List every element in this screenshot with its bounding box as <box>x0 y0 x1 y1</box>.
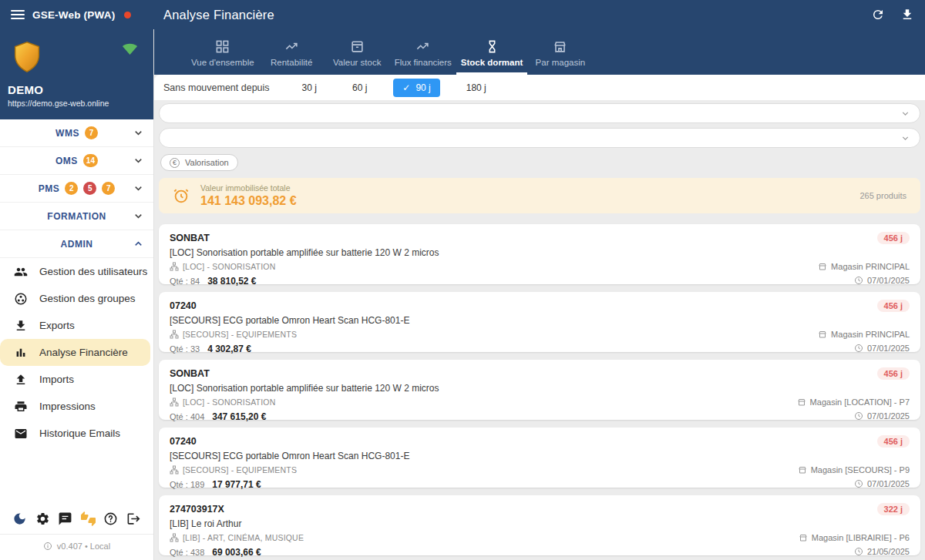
tab-rentabilite[interactable]: Rentabilité <box>259 29 325 75</box>
tab-stock-dormant[interactable]: Stock dormant <box>456 29 528 75</box>
product-quantity: Qté : 43869 003,66 € <box>170 545 261 558</box>
product-store: Magasin PRINCIPAL <box>818 330 910 339</box>
info-icon <box>43 542 52 551</box>
valorisation-chip[interactable]: € Valorisation <box>160 154 238 171</box>
product-description: [SECOURS] ECG portable Omron Heart Scan … <box>170 315 910 326</box>
store-icon <box>798 465 807 474</box>
status-dot-icon <box>124 12 131 18</box>
sidebar-item-groups[interactable]: Gestion des groupes <box>0 285 153 312</box>
sidebar-item-analyse-financiere[interactable]: Analyse Financière <box>0 339 150 366</box>
product-quantity: Qté : 18917 977,71 € <box>170 477 261 491</box>
sidebar-item-impressions[interactable]: Impressions <box>0 393 153 420</box>
tab-par-magasin[interactable]: Par magasin <box>527 29 593 75</box>
product-card[interactable]: 07240 456 j [SECOURS] ECG portable Omron… <box>159 428 920 488</box>
product-store: Magasin [SECOURS] - P9 <box>798 465 910 474</box>
chevron-down-icon <box>133 127 144 139</box>
stock-age-badge: 456 j <box>877 367 910 380</box>
product-date: 07/01/2025 <box>854 411 910 421</box>
stock-box-icon <box>350 39 365 54</box>
shield-logo-icon <box>9 39 45 75</box>
product-category: [LIB] - ART, CINÉMA, MUSIQUE <box>170 533 304 542</box>
feedback-thumbs-icon[interactable] <box>81 511 96 526</box>
product-store: Magasin [LOCATION] - P7 <box>797 397 910 407</box>
export-download-icon <box>14 319 28 333</box>
content-area: € Valorisation Valeur immobilisée totale… <box>154 100 925 560</box>
filter-select-2[interactable] <box>159 128 920 148</box>
groups-icon <box>14 292 28 306</box>
store-icon <box>818 330 827 339</box>
hierarchy-icon <box>170 533 179 542</box>
summary-title: Valeur immobilisée totale <box>200 183 297 193</box>
brand-zone: GSE-Web (PWA) <box>0 8 154 22</box>
filter-chip-90j[interactable]: ✓90 j <box>393 79 439 97</box>
product-date: 07/01/2025 <box>854 344 910 353</box>
top-bar: GSE-Web (PWA) Analyse Financière <box>0 0 925 29</box>
sidebar-group-pms[interactable]: PMS 2 5 7 <box>0 175 153 203</box>
chat-icon[interactable] <box>58 511 72 526</box>
hierarchy-icon <box>170 262 179 271</box>
filter-chip-180j[interactable]: 180 j <box>457 79 496 97</box>
chevron-down-icon <box>900 133 910 143</box>
filter-select-1[interactable] <box>159 103 920 123</box>
product-description: [SECOURS] ECG portable Omron Heart Scan … <box>170 451 910 461</box>
hierarchy-icon <box>170 397 179 407</box>
product-date: 21/05/2025 <box>854 547 910 556</box>
product-count: 265 produits <box>859 191 906 200</box>
filter-chip-30j[interactable]: 30 j <box>293 79 326 97</box>
count-badge: 2 <box>65 182 78 195</box>
product-description: [LOC] Sonorisation portable amplifiée su… <box>170 247 910 258</box>
bar-chart-icon <box>14 346 28 360</box>
sidebar-item-users[interactable]: Gestion des utilisateurs <box>0 258 153 285</box>
product-date: 07/01/2025 <box>854 479 910 488</box>
product-card[interactable]: 07240 456 j [SECOURS] ECG portable Omron… <box>159 292 920 352</box>
tab-flux-financiers[interactable]: Flux financiers <box>390 29 456 75</box>
logout-icon[interactable] <box>126 511 141 526</box>
sidebar-footer: v0.407 • Local <box>0 505 153 560</box>
chevron-down-icon <box>133 155 144 166</box>
chevron-down-icon <box>133 183 144 194</box>
dark-mode-moon-icon[interactable] <box>12 511 27 526</box>
filter-bar: Sans mouvement depuis 30 j 60 j ✓90 j 18… <box>154 75 925 100</box>
product-code: SONBAT <box>170 233 210 243</box>
product-quantity: Qté : 8438 810,52 € <box>170 273 257 287</box>
help-icon[interactable] <box>103 511 118 526</box>
tab-vue-densemble[interactable]: Vue d'ensemble <box>187 29 259 75</box>
product-category: [SECOURS] - EQUIPEMENTS <box>170 465 297 474</box>
sidebar-group-oms[interactable]: OMS 14 <box>0 147 153 175</box>
printer-icon <box>14 400 28 414</box>
tab-valeur-stock[interactable]: Valeur stock <box>325 29 390 75</box>
version-row: v0.407 • Local <box>0 534 153 560</box>
download-icon[interactable] <box>900 8 914 22</box>
sidebar-group-formation[interactable]: FORMATION <box>0 203 153 230</box>
clock-icon <box>854 479 863 488</box>
product-card[interactable]: 274703917X 322 j [LIB] Le roi Arthur [LI… <box>159 495 920 555</box>
filter-chip-60j[interactable]: 60 j <box>343 79 376 97</box>
clock-icon <box>854 276 863 285</box>
org-name: DEMO <box>8 83 43 96</box>
count-badge: 7 <box>102 182 115 195</box>
sidebar-group-admin[interactable]: ADMIN <box>0 230 153 258</box>
sidebar-group-wms[interactable]: WMS 7 <box>0 119 153 147</box>
product-quantity: Qté : 334 302,87 € <box>170 341 251 355</box>
product-card[interactable]: SONBAT 456 j [LOC] Sonorisation portable… <box>159 224 920 284</box>
stock-age-badge: 322 j <box>877 503 910 515</box>
product-card[interactable]: SONBAT 456 j [LOC] Sonorisation portable… <box>159 360 920 420</box>
store-icon <box>818 262 827 271</box>
stock-age-badge: 456 j <box>877 435 910 448</box>
dashboard-icon <box>215 39 230 54</box>
store-icon <box>799 533 808 542</box>
menu-icon[interactable] <box>11 8 25 22</box>
stock-age-badge: 456 j <box>877 232 910 244</box>
sidebar-item-imports[interactable]: Imports <box>0 366 153 393</box>
version-text: v0.407 • Local <box>57 542 110 551</box>
product-store: Magasin PRINCIPAL <box>818 262 910 271</box>
count-badge: 14 <box>83 154 98 167</box>
refresh-icon[interactable] <box>871 8 885 22</box>
stock-age-badge: 456 j <box>877 300 910 312</box>
euro-icon: € <box>170 158 180 168</box>
product-category: [SECOURS] - EQUIPEMENTS <box>170 330 297 339</box>
settings-gear-icon[interactable] <box>35 511 50 526</box>
sidebar-item-exports[interactable]: Exports <box>0 312 153 339</box>
hierarchy-icon <box>170 465 179 474</box>
sidebar-item-historique-emails[interactable]: Historique Emails <box>0 420 153 447</box>
